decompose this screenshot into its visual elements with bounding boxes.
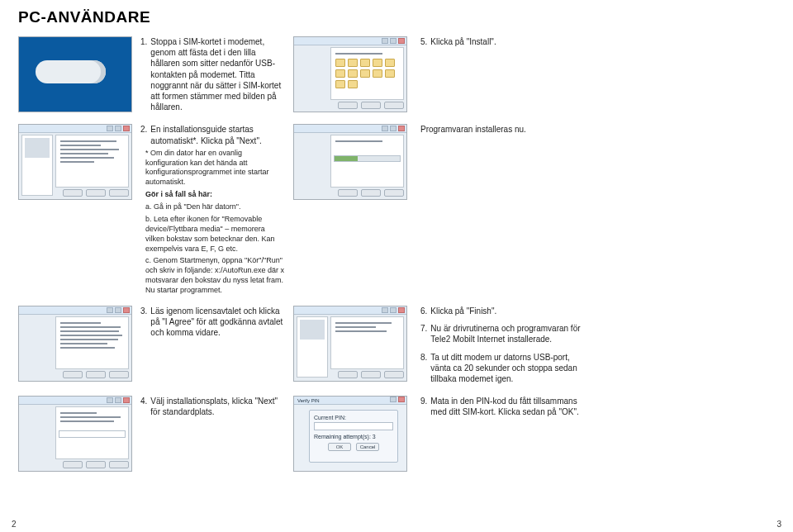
pin-label: Current PIN: (314, 415, 393, 420)
verify-pin-thumbnail: Verify PIN Current PIN: Remaining attemp… (293, 396, 407, 472)
step-4: 4.Välj installationsplats, klicka "Next"… (140, 396, 285, 419)
wizard-complete-thumbnail (293, 306, 407, 382)
wizard-installing-thumbnail (293, 124, 407, 200)
pin-ok-button[interactable]: OK (328, 443, 351, 451)
step-2: 2.En installationsguide startas automati… (140, 124, 285, 296)
pin-title: Verify PIN (296, 397, 320, 404)
row-4: 4.Välj installationsplats, klicka "Next"… (18, 396, 775, 472)
row-1: 1.Stoppa i SIM-kortet i modemet, genom a… (18, 36, 775, 114)
step-3: 3.Läs igenom licensavtalet och klicka på… (140, 306, 285, 340)
page-title: PC-ANVÄNDARE (18, 8, 775, 26)
wizard-location-thumbnail (18, 396, 132, 472)
step-9: 9.Mata in den PIN-kod du fått tillsamman… (420, 396, 582, 419)
row-2: 2.En installationsguide startas automati… (18, 124, 775, 296)
row-3: 3.Läs igenom licensavtalet och klicka på… (18, 306, 775, 386)
pin-input[interactable] (314, 422, 393, 430)
wizard-license-thumbnail (18, 306, 132, 382)
page-number-right: 3 (776, 520, 781, 529)
wizard-welcome-thumbnail (18, 124, 132, 200)
step-1: 1.Stoppa i SIM-kortet i modemet, genom a… (140, 36, 285, 114)
page-number-left: 2 (12, 520, 17, 529)
pin-cancel-button[interactable]: Cancel (356, 443, 379, 451)
step-5: 5.Klicka på "Install". (420, 36, 515, 49)
pin-remaining: Remaining attempt(s): 3 (314, 434, 393, 439)
modem-photo-thumbnail (18, 36, 132, 112)
wizard-folder-thumbnail (293, 36, 407, 112)
installing-text: Programvaran installeras nu. (420, 124, 582, 135)
steps-6-7-8: 6.Klicka på "Finish". 7.Nu är drivrutine… (420, 306, 582, 386)
